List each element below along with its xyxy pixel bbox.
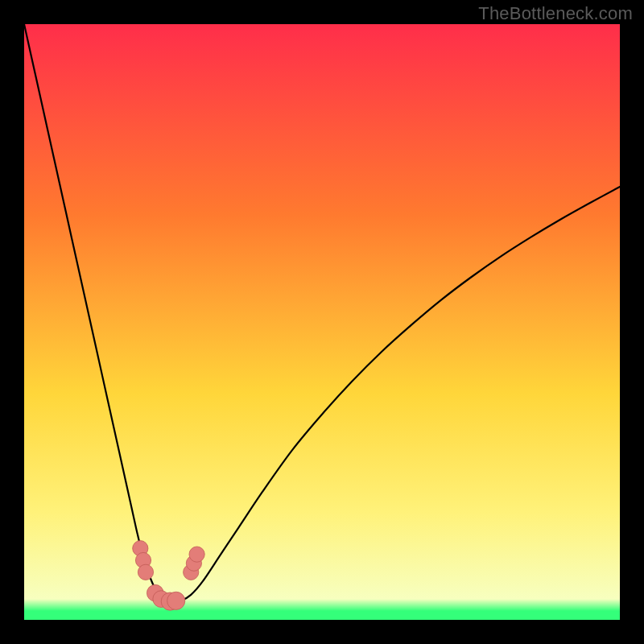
plot-area: [24, 24, 620, 620]
data-marker: [167, 592, 185, 609]
bottleneck-chart: [24, 24, 620, 620]
data-marker: [138, 564, 153, 580]
data-marker: [189, 547, 204, 562]
chart-frame: TheBottleneck.com: [0, 0, 644, 644]
watermark-text: TheBottleneck.com: [478, 3, 633, 24]
gradient-background: [24, 24, 620, 620]
